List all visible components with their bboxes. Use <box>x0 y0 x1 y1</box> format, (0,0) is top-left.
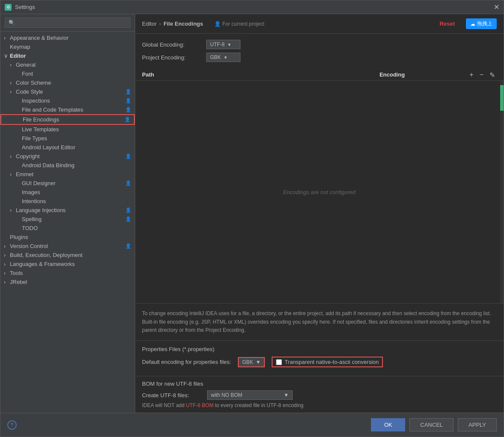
properties-section-title: Properties Files (*.properties) <box>142 346 497 352</box>
sidebar-item-jrebel[interactable]: › JRebel <box>0 278 135 286</box>
footer: ? OK CANCEL APPLY <box>0 413 504 437</box>
titlebar-left: ⚙ Settings <box>5 4 35 11</box>
project-icon: 👤 <box>125 207 131 213</box>
sidebar-item-appearance[interactable]: › Appearance & Behavior <box>0 33 135 42</box>
sidebar-item-label: Spelling <box>22 216 42 222</box>
dropdown-arrow: ▼ <box>255 359 261 365</box>
project-icon: 👤 <box>125 117 130 122</box>
sidebar-item-label: Android Data Binding <box>22 162 74 168</box>
col-encoding-header: Encoding <box>288 71 497 78</box>
bom-note: IDEA will NOT add UTF-8 BOM to every cre… <box>142 402 497 408</box>
bom-note-highlight: UTF-8 BOM <box>186 402 213 408</box>
project-encoding-label: Project Encoding: <box>142 54 202 61</box>
search-input[interactable] <box>5 18 130 28</box>
sidebar-item-label: Languages & Frameworks <box>10 261 75 267</box>
project-encoding-dropdown[interactable]: GBK ▼ <box>206 53 240 62</box>
sidebar-item-label: Emmet <box>16 171 33 177</box>
app-icon: ⚙ <box>5 4 12 11</box>
dropdown-arrow: ▼ <box>284 392 289 398</box>
sidebar-item-spelling[interactable]: Spelling 👤 <box>0 215 135 224</box>
sidebar-item-android-data-binding[interactable]: Android Data Binding <box>0 161 135 170</box>
sidebar-item-file-code-templates[interactable]: File and Code Templates 👤 <box>0 105 135 114</box>
sidebar-item-gui-designer[interactable]: GUI Designer 👤 <box>0 179 135 188</box>
titlebar: ⚙ Settings ✕ <box>0 0 504 14</box>
sidebar-item-file-encodings[interactable]: File Encodings 👤 <box>0 114 135 125</box>
sidebar-item-live-templates[interactable]: Live Templates <box>0 125 135 134</box>
global-encoding-label: Global Encoding: <box>142 41 202 48</box>
sidebar-item-label: Intentions <box>22 198 46 204</box>
expand-arrow: › <box>4 35 10 41</box>
sidebar-item-languages-frameworks[interactable]: › Languages & Frameworks <box>0 260 135 269</box>
sidebar-item-emmet[interactable]: › Emmet <box>0 170 135 179</box>
properties-encoding-label: Default encoding for properties files: <box>142 359 231 365</box>
add-encoding-button[interactable]: + <box>468 70 475 80</box>
sidebar-item-label: Code Style <box>16 89 43 95</box>
sidebar-item-file-types[interactable]: File Types <box>0 134 135 143</box>
scrollbar[interactable] <box>500 81 504 303</box>
expand-arrow: › <box>10 207 16 213</box>
help-button[interactable]: ? <box>7 420 17 430</box>
bom-section-title: BOM for new UTF-8 files <box>142 381 497 387</box>
sidebar-item-label: File Types <box>22 135 47 142</box>
expand-arrow: ∨ <box>4 53 10 59</box>
baidu-widget[interactable]: ☁ 拖拽上 <box>466 18 497 29</box>
sidebar-item-inspections[interactable]: Inspections 👤 <box>0 96 135 105</box>
sidebar-item-label: Font <box>22 71 33 77</box>
project-encoding-value: GBK <box>210 54 221 60</box>
ok-button[interactable]: OK <box>371 418 405 431</box>
sidebar-item-build-execution[interactable]: › Build, Execution, Deployment <box>0 251 135 260</box>
project-user-icon: 👤 <box>214 21 221 27</box>
cancel-button[interactable]: CANCEL <box>409 418 454 431</box>
sidebar-item-label: Language Injections <box>16 207 65 213</box>
sidebar-item-label: Tools <box>10 270 23 276</box>
project-icon: 👤 <box>125 243 131 249</box>
global-encoding-dropdown[interactable]: UTF-8 ▼ <box>206 40 240 49</box>
footer-left: ? <box>7 420 17 430</box>
properties-row: Default encoding for properties files: G… <box>142 357 497 367</box>
project-icon: 👤 <box>125 107 131 112</box>
properties-encoding-dropdown[interactable]: GBK ▼ <box>238 357 265 367</box>
sidebar-item-label: Editor <box>10 53 26 59</box>
table-body: Encodings are not configured <box>135 81 504 303</box>
global-encoding-row: Global Encoding: UTF-8 ▼ <box>142 40 497 49</box>
breadcrumb-project-label: For current project <box>222 21 264 27</box>
sidebar-item-android-layout-editor[interactable]: Android Layout Editor <box>0 143 135 152</box>
sidebar-item-plugins[interactable]: Plugins <box>0 233 135 242</box>
sidebar-item-label: Color Scheme <box>16 80 51 86</box>
close-button[interactable]: ✕ <box>494 3 499 11</box>
bom-note-prefix: IDEA will NOT add <box>142 402 186 408</box>
apply-button[interactable]: APPLY <box>458 418 497 431</box>
sidebar-item-color-scheme[interactable]: › Color Scheme <box>0 78 135 87</box>
sidebar-item-language-injections[interactable]: › Language Injections 👤 <box>0 206 135 215</box>
sidebar-item-editor[interactable]: ∨ Editor <box>0 51 135 60</box>
sidebar-item-general[interactable]: › General <box>0 60 135 69</box>
baidu-text: 拖拽上 <box>477 20 492 27</box>
sidebar-item-label: Inspections <box>22 97 50 104</box>
sidebar-item-todo[interactable]: TODO <box>0 224 135 233</box>
encoding-form: Global Encoding: UTF-8 ▼ Project Encodin… <box>135 34 504 69</box>
project-encoding-row: Project Encoding: GBK ▼ <box>142 53 497 62</box>
sidebar-item-intentions[interactable]: Intentions <box>0 197 135 206</box>
remove-encoding-button[interactable]: − <box>478 70 485 80</box>
expand-arrow: › <box>10 153 16 159</box>
sidebar-item-label: TODO <box>22 225 38 231</box>
bom-section: BOM for new UTF-8 files Create UTF-8 fil… <box>135 376 504 413</box>
settings-window: ⚙ Settings ✕ › Appearance & Behavior Key… <box>0 0 504 437</box>
breadcrumb-editor: Editor <box>142 21 157 27</box>
sidebar-item-label: Version Control <box>10 243 48 249</box>
sidebar-item-code-style[interactable]: › Code Style 👤 <box>0 87 135 96</box>
project-icon: 👤 <box>125 154 131 159</box>
sidebar-item-images[interactable]: Images <box>0 188 135 197</box>
project-icon: 👤 <box>125 216 131 222</box>
dropdown-arrow: ▼ <box>223 55 228 60</box>
sidebar-item-font[interactable]: Font <box>0 69 135 78</box>
bom-dropdown[interactable]: with NO BOM ▼ <box>207 390 293 400</box>
reset-button[interactable]: Reset <box>440 21 455 27</box>
sidebar-item-label: GUI Designer <box>22 180 56 186</box>
sidebar-item-version-control[interactable]: › Version Control 👤 <box>0 242 135 251</box>
sidebar-item-copyright[interactable]: › Copyright 👤 <box>0 152 135 161</box>
sidebar-item-keymap[interactable]: Keymap <box>0 42 135 51</box>
edit-encoding-button[interactable]: ✎ <box>488 70 497 80</box>
sidebar-item-tools[interactable]: › Tools <box>0 269 135 278</box>
native-to-ascii-checkbox[interactable] <box>276 359 282 365</box>
